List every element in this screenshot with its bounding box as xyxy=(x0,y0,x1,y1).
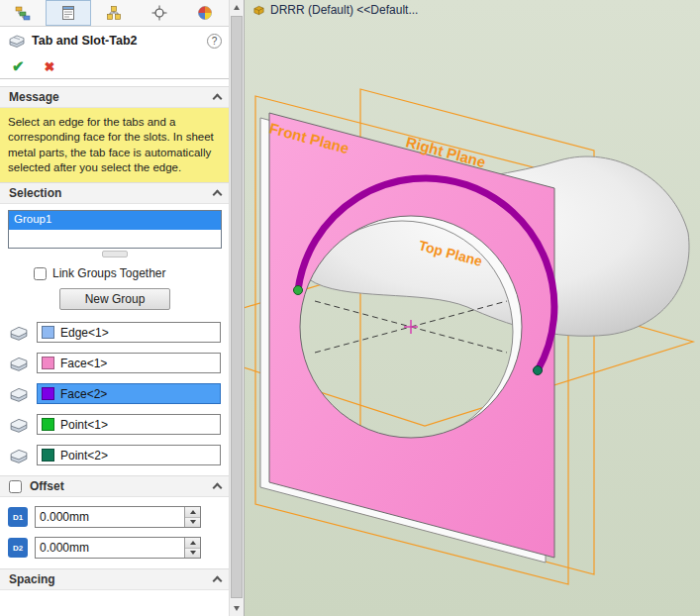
face1-color-swatch xyxy=(42,357,54,369)
selection-row-face2: Face<2> xyxy=(0,383,230,404)
manager-tab-bar xyxy=(0,0,230,27)
part-icon xyxy=(252,4,265,17)
cancel-button[interactable]: ✖ xyxy=(45,59,55,74)
point1-selection-field[interactable]: Point<1> xyxy=(37,414,221,435)
selection-row-point2: Point<2> xyxy=(0,445,230,465)
link-groups-label: Link Groups Together xyxy=(52,266,166,280)
spin-down-button[interactable] xyxy=(185,518,200,528)
spin-down-icon xyxy=(190,520,196,524)
collapse-caret-icon xyxy=(213,483,223,493)
offset-distance1-icon: D1 xyxy=(8,507,28,527)
point2-color-swatch xyxy=(42,449,54,462)
tab-configurationmanager[interactable] xyxy=(91,0,137,26)
offset-d2-spinner xyxy=(35,537,201,559)
tab-featuremanager[interactable] xyxy=(0,0,46,26)
displaymanager-ball-icon xyxy=(197,5,213,21)
propertymanager-icon xyxy=(60,5,76,21)
panel-scrollbar[interactable] xyxy=(229,0,244,616)
configuration-label[interactable]: DRRR (Default) <<Default... xyxy=(270,3,418,17)
tab-propertymanager[interactable] xyxy=(46,0,91,26)
selection-section-header[interactable]: Selection xyxy=(0,182,230,204)
page-title: Tab and Slot-Tab2 xyxy=(32,34,137,48)
message-section-header[interactable]: Message xyxy=(0,86,230,108)
scrollbar-thumb[interactable] xyxy=(231,16,243,598)
tab-slot-selection-icon xyxy=(8,355,30,372)
list-resize-grip[interactable] xyxy=(102,251,128,257)
link-groups-checkbox[interactable] xyxy=(34,267,47,280)
tab-displaymanager[interactable] xyxy=(182,0,228,26)
selection-row-edge1: Edge<1> xyxy=(0,322,230,343)
scroll-down-icon xyxy=(234,606,240,611)
tab-slot-selection-icon xyxy=(8,324,30,342)
selection-row-face1: Face<1> xyxy=(0,353,230,373)
group-list-item[interactable]: Group1 xyxy=(9,211,221,230)
help-icon[interactable]: ? xyxy=(207,34,222,49)
spin-up-icon xyxy=(190,510,196,514)
collapse-caret-icon xyxy=(213,576,223,586)
group-list[interactable]: Group1 xyxy=(8,210,222,249)
new-group-button[interactable]: New Group xyxy=(59,288,170,310)
offset-d2-row: D2 xyxy=(0,537,230,559)
spin-up-button[interactable] xyxy=(185,507,200,518)
selection-row-point1: Point<1> xyxy=(0,414,230,435)
scroll-down-button[interactable] xyxy=(230,601,244,616)
offset-d2-input[interactable] xyxy=(36,538,184,558)
collapse-caret-icon xyxy=(213,190,223,200)
scroll-up-button[interactable] xyxy=(230,0,244,15)
feature-tree-flyout[interactable]: DRRR (Default) <<Default... xyxy=(252,3,418,17)
offset-d1-spinner xyxy=(35,506,201,528)
tab-dimxpert[interactable] xyxy=(137,0,182,26)
dimxpert-crosshair-icon xyxy=(151,5,167,21)
spin-up-icon xyxy=(190,541,196,545)
message-box: Select an edge for the tabs and a corres… xyxy=(0,108,230,182)
point2-vertex[interactable] xyxy=(534,366,543,375)
configurationmanager-icon xyxy=(106,5,122,21)
pm-actions-row: ✔ ✖ xyxy=(0,54,230,79)
tab-slot-selection-icon xyxy=(8,385,30,403)
ok-button[interactable]: ✔ xyxy=(12,57,25,75)
face2-selection-field[interactable]: Face<2> xyxy=(37,383,221,404)
spacing-section-header[interactable]: Spacing xyxy=(0,568,230,590)
edge-selection-field[interactable]: Edge<1> xyxy=(37,322,221,343)
offset-section-header[interactable]: Offset xyxy=(0,475,230,497)
offset-checkbox[interactable] xyxy=(9,480,22,493)
face2-color-swatch xyxy=(42,387,54,400)
viewport-canvas[interactable]: Front Plane Right Plane Top Plane xyxy=(245,0,700,616)
spin-down-button[interactable] xyxy=(185,549,200,559)
spin-down-icon xyxy=(190,551,196,555)
tab-slot-selection-icon xyxy=(8,416,30,434)
point2-selection-field[interactable]: Point<2> xyxy=(37,445,221,465)
solidworks-window: Tab and Slot-Tab2 ? ✔ ✖ Message Select a… xyxy=(0,0,700,616)
point1-vertex[interactable] xyxy=(294,286,303,295)
center-mark xyxy=(404,320,418,334)
offset-d1-row: D1 xyxy=(0,506,230,528)
spin-up-button[interactable] xyxy=(185,538,200,549)
featuremanager-tree-icon xyxy=(15,5,31,21)
tab-and-slot-icon xyxy=(8,33,26,49)
tab-slot-selection-icon xyxy=(8,447,30,464)
scroll-up-icon xyxy=(234,5,240,10)
offset-d1-input[interactable] xyxy=(36,507,184,527)
offset-distance2-icon: D2 xyxy=(8,538,28,558)
feature-title-row: Tab and Slot-Tab2 ? xyxy=(0,27,230,54)
face1-selection-field[interactable]: Face<1> xyxy=(37,353,221,373)
collapse-caret-icon xyxy=(213,94,223,104)
edge-color-swatch xyxy=(42,326,54,339)
graphics-viewport[interactable]: DRRR (Default) <<Default... xyxy=(245,0,700,616)
point1-color-swatch xyxy=(42,418,54,431)
property-manager-panel: Tab and Slot-Tab2 ? ✔ ✖ Message Select a… xyxy=(0,0,245,616)
